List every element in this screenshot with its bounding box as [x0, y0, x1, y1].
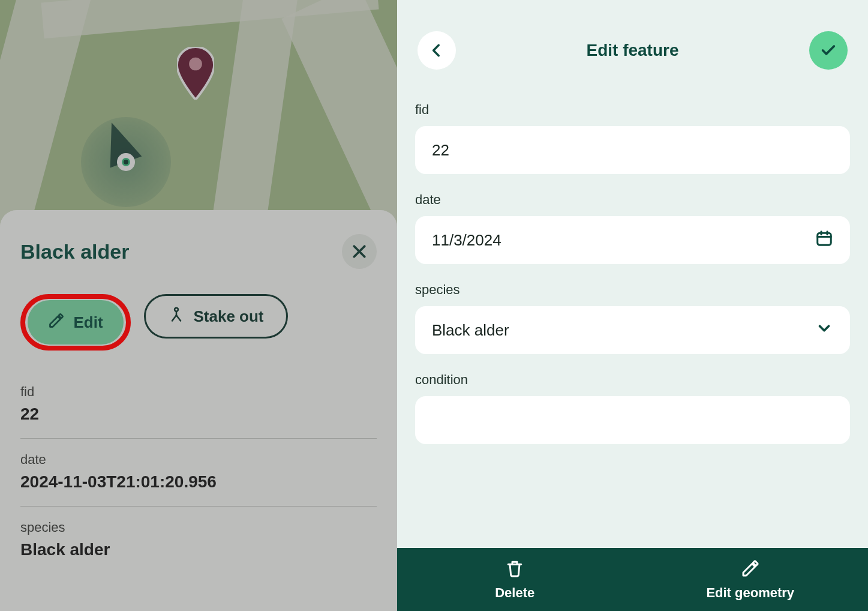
delete-label: Delete	[495, 585, 534, 601]
delete-button[interactable]: Delete	[397, 548, 633, 611]
confirm-button[interactable]	[809, 31, 848, 70]
svg-point-0	[189, 58, 202, 71]
date-field[interactable]: 11/3/2024	[415, 216, 850, 264]
svg-rect-2	[818, 233, 831, 245]
form-label-condition: condition	[415, 372, 850, 388]
stakeout-button-label: Stake out	[193, 307, 263, 326]
species-value: Black alder	[432, 321, 509, 340]
back-button[interactable]	[418, 31, 456, 70]
date-value: 11/3/2024	[432, 231, 501, 250]
field-label-species: species	[20, 520, 377, 535]
fid-value: 22	[432, 141, 449, 160]
field-label-fid: fid	[20, 384, 377, 400]
field-value-species: Black alder	[20, 540, 377, 559]
trash-icon	[505, 559, 524, 582]
right-panel: Edit feature fid 22 date 11/3/2024	[397, 0, 868, 611]
field-label-date: date	[20, 452, 377, 468]
feature-title: Black alder	[20, 240, 129, 263]
species-field[interactable]: Black alder	[415, 306, 850, 354]
edit-header: Edit feature	[397, 0, 868, 84]
condition-field[interactable]	[415, 396, 850, 444]
close-button[interactable]	[342, 234, 377, 269]
form-label-species: species	[415, 282, 850, 298]
current-location-marker	[81, 117, 171, 207]
edit-geometry-button[interactable]: Edit geometry	[633, 548, 869, 611]
edit-button-highlight: Edit	[20, 294, 131, 351]
fid-field[interactable]: 22	[415, 126, 850, 174]
pencil-icon	[48, 312, 65, 333]
stakeout-icon	[168, 306, 185, 327]
feature-pin-icon[interactable]	[177, 47, 214, 100]
svg-point-1	[175, 307, 179, 311]
page-title: Edit feature	[586, 41, 678, 60]
stakeout-button[interactable]: Stake out	[144, 294, 288, 339]
edit-button[interactable]: Edit	[28, 300, 124, 345]
calendar-icon[interactable]	[815, 229, 833, 251]
bottom-toolbar: Delete Edit geometry	[397, 548, 868, 611]
edit-geometry-label: Edit geometry	[706, 585, 794, 601]
form-label-date: date	[415, 192, 850, 208]
edit-button-label: Edit	[73, 313, 103, 332]
edit-form: fid 22 date 11/3/2024 species Black alde…	[397, 84, 868, 548]
left-panel: Black alder Edit Stak	[0, 0, 397, 611]
feature-preview-sheet: Black alder Edit Stak	[0, 210, 397, 611]
field-value-date: 2024-11-03T21:01:20.956	[20, 472, 377, 492]
pencil-icon	[741, 559, 760, 582]
chevron-down-icon[interactable]	[815, 319, 833, 342]
field-value-fid: 22	[20, 405, 377, 424]
form-label-fid: fid	[415, 102, 850, 118]
